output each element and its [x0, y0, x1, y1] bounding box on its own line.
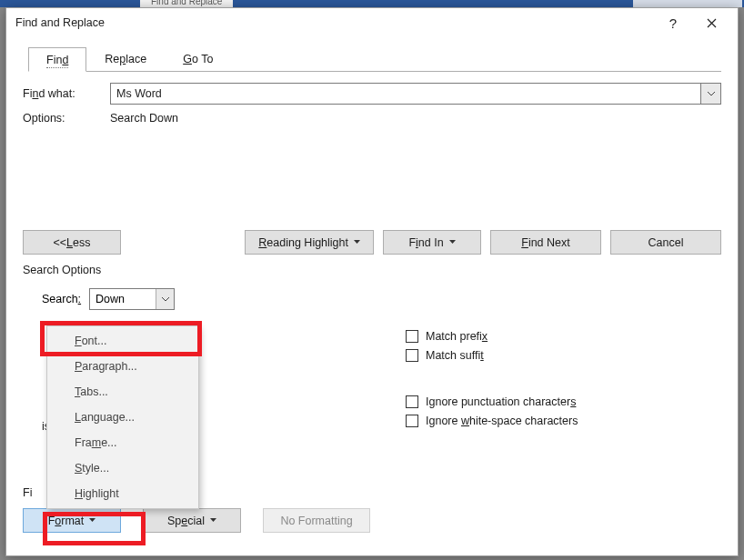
close-button[interactable]: [692, 10, 730, 35]
options-value: Search Down: [110, 112, 178, 125]
dialog-title: Find and Replace: [15, 16, 654, 29]
search-direction-row: Search: Down: [42, 288, 702, 310]
close-icon: [707, 18, 717, 28]
special-button[interactable]: Special: [143, 508, 241, 533]
caret-down-icon: [449, 240, 456, 245]
search-direction-label: Search:: [42, 293, 81, 305]
right-check-column: Match prefix Match suffit Ignore punctua…: [406, 330, 578, 433]
match-prefix-checkbox[interactable]: Match prefix: [406, 330, 578, 343]
chevron-down-icon: [162, 297, 169, 302]
ignore-punctuation-checkbox[interactable]: Ignore punctuation characters: [406, 395, 578, 408]
match-suffix-checkbox[interactable]: Match suffit: [406, 349, 578, 362]
ribbon-context-tab: Find and Replace: [140, 0, 233, 7]
find-replace-dialog: Find and Replace ? Find Replace Go To Fi…: [5, 7, 739, 556]
tab-replace[interactable]: Replace: [86, 46, 165, 71]
main-button-row: << Less Reading Highlight Find In Find N…: [23, 230, 721, 255]
checkbox-box: [406, 415, 418, 427]
caret-down-icon: [354, 240, 360, 245]
menu-item-font[interactable]: Font...: [47, 328, 198, 354]
ribbon-corner: [633, 0, 742, 7]
find-history-dropdown[interactable]: [701, 83, 721, 105]
chevron-down-icon: [708, 92, 715, 96]
menu-item-tabs[interactable]: Tabs...: [47, 379, 198, 405]
menu-item-style[interactable]: Style...: [47, 455, 198, 481]
bottom-button-row: Format Special No Formatting: [23, 508, 721, 533]
select-dropdown-button[interactable]: [156, 289, 174, 309]
menu-item-highlight[interactable]: Highlight: [47, 481, 198, 506]
tab-find[interactable]: Find: [28, 47, 86, 72]
format-button[interactable]: Format: [23, 508, 121, 533]
checkbox-box: [406, 330, 418, 343]
tab-strip: Find Replace Go To: [28, 46, 721, 72]
reading-highlight-button[interactable]: Reading Highlight: [245, 230, 374, 255]
less-button[interactable]: << Less: [23, 230, 121, 255]
search-direction-select[interactable]: Down: [89, 288, 175, 310]
format-popup-menu: Font... Paragraph... Tabs... Language...…: [46, 325, 199, 509]
checkbox-box: [406, 395, 418, 408]
search-direction-value: Down: [96, 293, 125, 305]
caret-down-icon: [89, 518, 96, 523]
find-what-row: Find what:: [23, 83, 721, 105]
find-options-row: Options: Search Down: [23, 112, 721, 125]
help-button[interactable]: ?: [654, 10, 692, 35]
tab-goto-label: Go To: [183, 53, 213, 65]
caret-down-icon: [210, 518, 216, 523]
ignore-whitespace-checkbox[interactable]: Ignore white-space characters: [406, 415, 578, 427]
checkbox-box: [406, 349, 418, 362]
find-what-input[interactable]: [110, 83, 701, 105]
app-ribbon-strip: Find and Replace: [0, 0, 744, 7]
find-what-label: Find what:: [23, 87, 110, 100]
menu-item-frame[interactable]: Frame...: [47, 430, 198, 455]
search-options-label: Search Options: [23, 264, 721, 276]
menu-item-language[interactable]: Language...: [47, 405, 198, 430]
tab-find-label: Find: [46, 54, 68, 66]
tab-replace-label: Replace: [105, 53, 146, 65]
menu-item-paragraph[interactable]: Paragraph...: [47, 354, 198, 379]
options-label: Options:: [23, 112, 110, 125]
no-formatting-button: No Formatting: [263, 508, 370, 533]
find-next-button[interactable]: Find Next: [490, 230, 601, 255]
tab-goto[interactable]: Go To: [165, 46, 231, 71]
titlebar: Find and Replace ?: [6, 8, 738, 37]
find-in-button[interactable]: Find In: [383, 230, 481, 255]
cancel-button[interactable]: Cancel: [610, 230, 721, 255]
